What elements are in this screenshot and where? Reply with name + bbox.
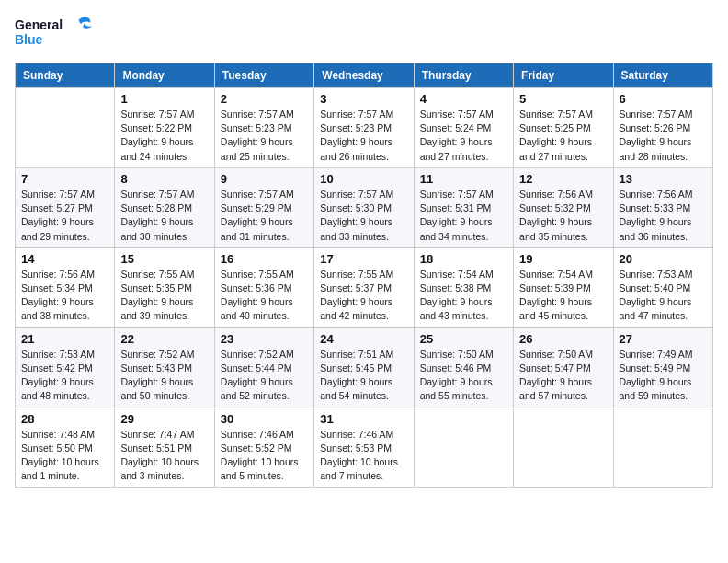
- day-number: 30: [221, 412, 308, 426]
- cell-w3-d1: 14Sunrise: 7:56 AMSunset: 5:34 PMDayligh…: [16, 247, 115, 327]
- day-number: 25: [420, 332, 507, 346]
- calendar-table: SundayMondayTuesdayWednesdayThursdayFrid…: [15, 63, 713, 488]
- week-row-5: 28Sunrise: 7:48 AMSunset: 5:50 PMDayligh…: [16, 408, 713, 488]
- cell-w4-d7: 27Sunrise: 7:49 AMSunset: 5:49 PMDayligh…: [613, 327, 712, 408]
- day-number: 15: [120, 252, 208, 266]
- day-number: 20: [620, 252, 707, 266]
- cell-w1-d3: 2Sunrise: 7:57 AMSunset: 5:23 PMDaylight…: [214, 88, 313, 168]
- cell-w2-d1: 7Sunrise: 7:57 AMSunset: 5:27 PMDaylight…: [16, 167, 115, 247]
- cell-info: Sunrise: 7:48 AMSunset: 5:50 PMDaylight:…: [21, 428, 108, 484]
- day-number: 23: [221, 332, 308, 346]
- cell-info: Sunrise: 7:56 AMSunset: 5:34 PMDaylight:…: [21, 268, 108, 324]
- cell-info: Sunrise: 7:57 AMSunset: 5:30 PMDaylight:…: [320, 188, 407, 244]
- day-number: 16: [221, 252, 308, 266]
- day-number: 22: [120, 332, 208, 346]
- cell-w1-d2: 1Sunrise: 7:57 AMSunset: 5:22 PMDaylight…: [115, 88, 214, 168]
- day-number: 11: [420, 172, 507, 186]
- cell-info: Sunrise: 7:54 AMSunset: 5:38 PMDaylight:…: [420, 268, 507, 324]
- cell-w3-d5: 18Sunrise: 7:54 AMSunset: 5:38 PMDayligh…: [414, 247, 513, 327]
- cell-info: Sunrise: 7:57 AMSunset: 5:27 PMDaylight:…: [21, 188, 108, 244]
- cell-info: Sunrise: 7:55 AMSunset: 5:37 PMDaylight:…: [320, 268, 407, 324]
- day-number: 14: [21, 252, 108, 266]
- cell-w2-d2: 8Sunrise: 7:57 AMSunset: 5:28 PMDaylight…: [115, 167, 214, 247]
- svg-text:Blue: Blue: [15, 32, 43, 47]
- cell-info: Sunrise: 7:56 AMSunset: 5:32 PMDaylight:…: [519, 188, 607, 244]
- cell-w3-d4: 17Sunrise: 7:55 AMSunset: 5:37 PMDayligh…: [314, 247, 414, 327]
- cell-info: Sunrise: 7:57 AMSunset: 5:25 PMDaylight:…: [519, 108, 607, 164]
- day-number: 5: [519, 92, 607, 106]
- cell-w5-d1: 28Sunrise: 7:48 AMSunset: 5:50 PMDayligh…: [16, 408, 115, 488]
- cell-w1-d6: 5Sunrise: 7:57 AMSunset: 5:25 PMDaylight…: [514, 88, 613, 168]
- day-number: 7: [21, 172, 108, 186]
- cell-info: Sunrise: 7:57 AMSunset: 5:31 PMDaylight:…: [420, 188, 507, 244]
- cell-w1-d5: 4Sunrise: 7:57 AMSunset: 5:24 PMDaylight…: [414, 88, 513, 168]
- cell-info: Sunrise: 7:51 AMSunset: 5:45 PMDaylight:…: [320, 348, 407, 404]
- header-saturday: Saturday: [613, 63, 712, 88]
- day-number: 12: [519, 172, 607, 186]
- week-row-3: 14Sunrise: 7:56 AMSunset: 5:34 PMDayligh…: [16, 247, 713, 327]
- svg-text:General: General: [15, 17, 63, 32]
- day-number: 21: [21, 332, 108, 346]
- day-number: 13: [620, 172, 707, 186]
- cell-info: Sunrise: 7:57 AMSunset: 5:22 PMDaylight:…: [120, 108, 208, 164]
- day-number: 2: [221, 92, 308, 106]
- day-number: 28: [21, 412, 108, 426]
- day-number: 9: [221, 172, 308, 186]
- cell-info: Sunrise: 7:55 AMSunset: 5:36 PMDaylight:…: [221, 268, 308, 324]
- day-number: 8: [120, 172, 208, 186]
- cell-info: Sunrise: 7:55 AMSunset: 5:35 PMDaylight:…: [120, 268, 208, 324]
- day-number: 24: [320, 332, 407, 346]
- cell-w2-d5: 11Sunrise: 7:57 AMSunset: 5:31 PMDayligh…: [414, 167, 513, 247]
- cell-w5-d6: [514, 408, 613, 488]
- day-number: 31: [320, 412, 407, 426]
- cell-info: Sunrise: 7:50 AMSunset: 5:47 PMDaylight:…: [519, 348, 607, 404]
- cell-info: Sunrise: 7:57 AMSunset: 5:23 PMDaylight:…: [221, 108, 308, 164]
- header-sunday: Sunday: [16, 63, 115, 88]
- cell-w5-d5: [414, 408, 513, 488]
- cell-info: Sunrise: 7:46 AMSunset: 5:52 PMDaylight:…: [221, 428, 308, 484]
- cell-w2-d7: 13Sunrise: 7:56 AMSunset: 5:33 PMDayligh…: [613, 167, 712, 247]
- day-number: 26: [519, 332, 607, 346]
- calendar-header: SundayMondayTuesdayWednesdayThursdayFrid…: [16, 63, 713, 88]
- cell-info: Sunrise: 7:57 AMSunset: 5:23 PMDaylight:…: [320, 108, 407, 164]
- day-number: 4: [420, 92, 507, 106]
- cell-w3-d7: 20Sunrise: 7:53 AMSunset: 5:40 PMDayligh…: [613, 247, 712, 327]
- day-number: 19: [519, 252, 607, 266]
- cell-info: Sunrise: 7:50 AMSunset: 5:46 PMDaylight:…: [420, 348, 507, 404]
- cell-info: Sunrise: 7:57 AMSunset: 5:24 PMDaylight:…: [420, 108, 507, 164]
- calendar-body: 1Sunrise: 7:57 AMSunset: 5:22 PMDaylight…: [16, 88, 713, 488]
- cell-w4-d4: 24Sunrise: 7:51 AMSunset: 5:45 PMDayligh…: [314, 327, 414, 408]
- header-monday: Monday: [115, 63, 214, 88]
- cell-info: Sunrise: 7:57 AMSunset: 5:26 PMDaylight:…: [620, 108, 707, 164]
- cell-info: Sunrise: 7:47 AMSunset: 5:51 PMDaylight:…: [120, 428, 208, 484]
- cell-w3-d6: 19Sunrise: 7:54 AMSunset: 5:39 PMDayligh…: [514, 247, 613, 327]
- cell-info: Sunrise: 7:49 AMSunset: 5:49 PMDaylight:…: [620, 348, 707, 404]
- header-row: SundayMondayTuesdayWednesdayThursdayFrid…: [16, 63, 713, 88]
- cell-w5-d7: [613, 408, 712, 488]
- cell-w5-d2: 29Sunrise: 7:47 AMSunset: 5:51 PMDayligh…: [115, 408, 214, 488]
- cell-w1-d7: 6Sunrise: 7:57 AMSunset: 5:26 PMDaylight…: [613, 88, 712, 168]
- cell-w4-d6: 26Sunrise: 7:50 AMSunset: 5:47 PMDayligh…: [514, 327, 613, 408]
- cell-info: Sunrise: 7:46 AMSunset: 5:53 PMDaylight:…: [320, 428, 407, 484]
- day-number: 10: [320, 172, 407, 186]
- cell-w3-d3: 16Sunrise: 7:55 AMSunset: 5:36 PMDayligh…: [214, 247, 313, 327]
- cell-w1-d1: [16, 88, 115, 168]
- cell-info: Sunrise: 7:57 AMSunset: 5:29 PMDaylight:…: [221, 188, 308, 244]
- day-number: 6: [620, 92, 707, 106]
- cell-w5-d4: 31Sunrise: 7:46 AMSunset: 5:53 PMDayligh…: [314, 408, 414, 488]
- cell-w2-d6: 12Sunrise: 7:56 AMSunset: 5:32 PMDayligh…: [514, 167, 613, 247]
- day-number: 29: [120, 412, 208, 426]
- cell-info: Sunrise: 7:54 AMSunset: 5:39 PMDaylight:…: [519, 268, 607, 324]
- cell-w4-d3: 23Sunrise: 7:52 AMSunset: 5:44 PMDayligh…: [214, 327, 313, 408]
- header-tuesday: Tuesday: [214, 63, 313, 88]
- header-thursday: Thursday: [414, 63, 513, 88]
- day-number: 27: [620, 332, 707, 346]
- day-number: 3: [320, 92, 407, 106]
- week-row-2: 7Sunrise: 7:57 AMSunset: 5:27 PMDaylight…: [16, 167, 713, 247]
- cell-w4-d1: 21Sunrise: 7:53 AMSunset: 5:42 PMDayligh…: [16, 327, 115, 408]
- day-number: 1: [120, 92, 208, 106]
- cell-info: Sunrise: 7:53 AMSunset: 5:40 PMDaylight:…: [620, 268, 707, 324]
- cell-w2-d3: 9Sunrise: 7:57 AMSunset: 5:29 PMDaylight…: [214, 167, 313, 247]
- cell-info: Sunrise: 7:52 AMSunset: 5:43 PMDaylight:…: [120, 348, 208, 404]
- week-row-4: 21Sunrise: 7:53 AMSunset: 5:42 PMDayligh…: [16, 327, 713, 408]
